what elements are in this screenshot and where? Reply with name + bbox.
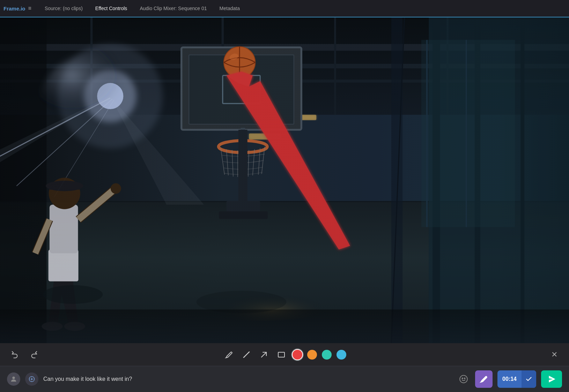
- logo-text: Frame.io: [3, 6, 25, 12]
- timecode-label: 00:14: [497, 376, 522, 382]
- tab-audio-mixer[interactable]: Audio Clip Mixer: Sequence 01: [133, 0, 213, 17]
- brush-tool[interactable]: [223, 348, 235, 361]
- close-toolbar-button[interactable]: ✕: [548, 347, 560, 362]
- svg-point-82: [31, 378, 32, 379]
- tab-metadata[interactable]: Metadata: [213, 0, 246, 17]
- scene-svg: [0, 17, 569, 343]
- color-teal[interactable]: [322, 350, 332, 360]
- color-orange[interactable]: [307, 350, 317, 360]
- svg-point-84: [462, 378, 463, 379]
- line-tool[interactable]: [240, 348, 253, 361]
- color-red[interactable]: [293, 350, 302, 360]
- color-blue[interactable]: [337, 350, 346, 360]
- undo-button[interactable]: [9, 348, 21, 361]
- emoji-button[interactable]: [457, 372, 470, 386]
- svg-line-78: [261, 352, 266, 357]
- toolbar-center: [223, 348, 346, 361]
- timecode-group: 00:14: [497, 370, 536, 388]
- logo-area: Frame.io ≡: [3, 5, 31, 12]
- timecode-check-button[interactable]: [522, 370, 536, 388]
- comment-input[interactable]: [43, 376, 452, 382]
- svg-point-83: [460, 375, 467, 383]
- video-container: [0, 17, 569, 343]
- arrow-tool[interactable]: [258, 348, 270, 361]
- redo-button[interactable]: [28, 348, 40, 361]
- toolbar-left: [9, 348, 40, 361]
- comment-bar: 00:14: [0, 366, 569, 392]
- drawing-toolbar: ✕: [0, 343, 569, 366]
- svg-point-85: [464, 378, 465, 379]
- toolbar-right: ✕: [548, 347, 560, 362]
- rectangle-tool[interactable]: [275, 348, 288, 361]
- tab-source[interactable]: Source: (no clips): [38, 0, 89, 17]
- tab-bar: Frame.io ≡ Source: (no clips) Effect Con…: [0, 0, 569, 17]
- svg-rect-75: [0, 17, 569, 343]
- tab-effect-controls[interactable]: Effect Controls: [89, 0, 134, 17]
- svg-rect-79: [278, 352, 284, 357]
- svg-point-80: [12, 377, 15, 379]
- menu-icon[interactable]: ≡: [28, 5, 31, 12]
- user-avatar: [7, 372, 20, 386]
- svg-marker-86: [549, 376, 555, 383]
- svg-line-77: [244, 352, 249, 357]
- draw-annotation-button[interactable]: [475, 370, 493, 388]
- svg-rect-76: [0, 309, 569, 343]
- send-button[interactable]: [541, 370, 562, 388]
- frameio-icon: [25, 372, 38, 386]
